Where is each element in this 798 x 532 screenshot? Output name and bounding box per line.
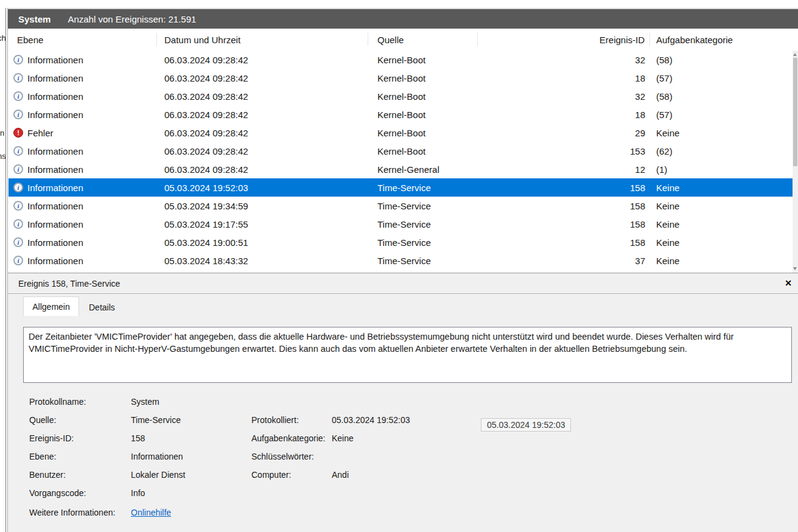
event-list: iInformationen 06.03.2024 09:28:42 Kerne… (9, 51, 793, 273)
table-row-selected[interactable]: iInformationen 05.03.2024 19:52:03 Time-… (9, 178, 793, 197)
tab-allgemein[interactable]: Allgemein (23, 296, 79, 316)
log-title-bar: System Anzahl von Ereignissen: 21.591 (8, 9, 798, 29)
category-cell: (62) (650, 142, 793, 160)
event-id-cell: 158 (478, 197, 650, 215)
table-row[interactable]: iInformationen 06.03.2024 09:28:42 Kerne… (9, 160, 793, 178)
event-viewer-window: ch n ns System Anzahl von Ereignissen: 2… (0, 0, 798, 532)
source-cell: Kernel-Boot (368, 142, 478, 160)
field-label: Schlüsselwörter: (251, 452, 314, 461)
detail-title-divider (8, 293, 798, 295)
column-header-row: Ebene Datum und Uhrzeit Quelle Ereignis-… (9, 29, 793, 51)
field-label: Benutzer: (29, 470, 66, 480)
table-row[interactable]: iInformationen 06.03.2024 09:28:42 Kerne… (9, 105, 793, 124)
category-cell: Keine (650, 197, 793, 215)
field-value: Andi (332, 470, 349, 480)
category-cell: Keine (650, 124, 793, 142)
column-header-datum[interactable]: Datum und Uhrzeit (157, 33, 368, 46)
event-id-cell: 32 (478, 51, 650, 69)
date-cell: 05.03.2024 19:17:55 (157, 215, 368, 233)
table-row[interactable]: iInformationen 06.03.2024 09:28:42 Kerne… (9, 142, 793, 160)
info-icon: i (13, 256, 23, 265)
level-cell: Informationen (27, 110, 83, 120)
category-cell: (57) (650, 69, 793, 87)
event-id-cell: 12 (478, 160, 650, 178)
source-cell: Kernel-General (368, 160, 478, 178)
date-cell: 06.03.2024 09:28:42 (157, 87, 368, 105)
event-count: Anzahl von Ereignissen: 21.591 (68, 14, 196, 24)
error-icon: ! (13, 128, 23, 138)
column-header-aufgabenkategorie[interactable]: Aufgabenkategorie (650, 33, 793, 46)
pane-splitter[interactable] (5, 8, 6, 532)
column-header-ereignis-id[interactable]: Ereignis-ID (478, 33, 650, 46)
category-cell: Keine (650, 233, 793, 251)
column-header-quelle[interactable]: Quelle (368, 33, 478, 46)
column-header-ebene[interactable]: Ebene (9, 33, 157, 46)
level-cell: Informationen (27, 237, 83, 248)
event-id-cell: 29 (478, 124, 650, 142)
field-value: 158 (131, 433, 145, 443)
field-label: Protokolliert: (251, 415, 299, 425)
field-value: Keine (332, 433, 354, 443)
level-cell: Fehler (27, 128, 54, 138)
scrollbar-down-arrow-icon[interactable] (793, 267, 797, 270)
level-cell: Informationen (27, 256, 83, 266)
scrollbar-thumb[interactable] (793, 58, 797, 166)
date-cell: 05.03.2024 19:52:03 (157, 178, 368, 197)
field-value: Time-Service (131, 415, 181, 425)
info-icon: i (13, 110, 23, 119)
tab-details[interactable]: Details (80, 299, 124, 316)
event-id-cell: 32 (478, 87, 650, 105)
info-icon: i (13, 219, 23, 229)
level-cell: Informationen (27, 146, 83, 156)
event-description-box[interactable]: Der Zeitanbieter 'VMICTimeProvider' hat … (23, 327, 792, 383)
table-row-error[interactable]: !Fehler 06.03.2024 09:28:42 Kernel-Boot … (9, 124, 793, 142)
date-cell: 05.03.2024 19:00:51 (157, 233, 368, 251)
table-row[interactable]: iInformationen 05.03.2024 19:17:55 Time-… (9, 215, 793, 233)
field-label: Weitere Informationen: (29, 508, 115, 517)
field-value: Info (131, 488, 145, 498)
category-cell: Keine (650, 178, 793, 197)
category-cell: (58) (650, 87, 793, 105)
field-value: 05.03.2024 19:52:03 (332, 415, 410, 425)
field-label: Computer: (251, 470, 291, 480)
table-row[interactable]: iInformationen 06.03.2024 09:28:42 Kerne… (9, 51, 793, 69)
field-label: Ereignis-ID: (29, 433, 74, 443)
date-cell: 06.03.2024 09:28:42 (157, 142, 368, 160)
source-cell: Time-Service (368, 178, 478, 197)
event-id-cell: 18 (478, 69, 650, 87)
tree-pane-fragment: n (0, 128, 4, 138)
category-cell: Keine (650, 251, 793, 270)
table-row[interactable]: iInformationen 06.03.2024 09:28:42 Kerne… (9, 69, 793, 87)
field-label: Quelle: (29, 415, 56, 425)
table-row[interactable]: iInformationen 05.03.2024 18:43:32 Time-… (9, 251, 793, 270)
detail-pane-title: Ereignis 158, Time-Service (18, 279, 120, 289)
table-row[interactable]: iInformationen 05.03.2024 19:34:59 Time-… (9, 197, 793, 215)
log-name: System (18, 14, 51, 24)
info-icon: i (13, 164, 23, 174)
info-icon: i (13, 91, 23, 101)
info-icon: i (13, 146, 23, 156)
event-id-cell: 158 (478, 178, 650, 197)
field-value: Lokaler Dienst (131, 470, 186, 480)
scrollbar-up-arrow-icon[interactable] (793, 53, 797, 56)
level-cell: Informationen (27, 183, 83, 193)
onlinehilfe-link[interactable]: Onlinehilfe (131, 508, 171, 517)
level-cell: Informationen (27, 201, 83, 211)
category-cell: Keine (650, 215, 793, 233)
vertical-scrollbar[interactable] (793, 51, 798, 273)
event-detail-pane: Ereignis 158, Time-Service ✕ Allgemein D… (8, 273, 798, 532)
event-id-cell: 37 (478, 251, 650, 270)
close-icon[interactable]: ✕ (782, 277, 794, 289)
source-cell: Time-Service (368, 251, 478, 270)
info-icon: i (13, 201, 23, 211)
level-cell: Informationen (27, 73, 83, 83)
info-icon: i (13, 55, 23, 65)
event-id-cell: 158 (478, 215, 650, 233)
field-label: Vorgangscode: (29, 488, 86, 498)
field-value: System (131, 397, 159, 407)
table-row[interactable]: iInformationen 05.03.2024 19:00:51 Time-… (9, 233, 793, 251)
field-label: Protokollname: (29, 397, 86, 407)
date-cell: 06.03.2024 09:28:42 (157, 160, 368, 178)
table-row[interactable]: iInformationen 06.03.2024 09:28:42 Kerne… (9, 87, 793, 105)
source-cell: Time-Service (368, 197, 478, 215)
